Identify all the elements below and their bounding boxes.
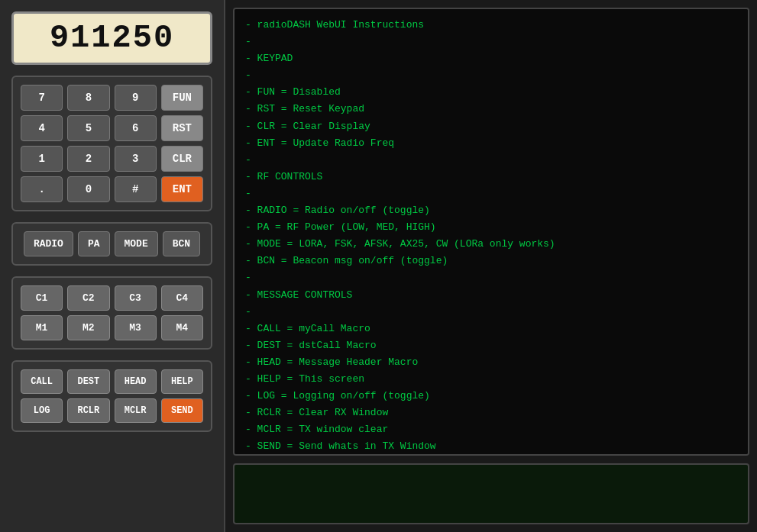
radio-btn-bcn[interactable]: BCN	[163, 231, 200, 256]
msg-btn-log[interactable]: LOG	[21, 398, 63, 423]
key-9[interactable]: 9	[115, 85, 157, 111]
message-controls: CALLDESTHEADHELPLOGRCLRMCLRSEND	[11, 360, 212, 432]
instruction-line: - DEST = dstCall Macro	[245, 337, 737, 354]
instruction-line: -	[245, 34, 737, 50]
msg-btn-rclr[interactable]: RCLR	[67, 398, 109, 423]
msg-btn-head[interactable]: HEAD	[115, 369, 157, 394]
msg-btn-send[interactable]: SEND	[161, 398, 203, 423]
instruction-line: - radioDASH WebUI Instructions	[245, 17, 737, 34]
instruction-line: - RF CONTROLS	[245, 169, 737, 185]
key-5[interactable]: 5	[67, 115, 109, 141]
instruction-line: -	[245, 455, 737, 456]
mem-btn-m2[interactable]: M2	[67, 315, 109, 340]
instruction-line: - HELP = This screen	[245, 371, 737, 388]
left-panel: 911250 789FUN456RST123CLR.0#ENT RADIOPAM…	[0, 0, 225, 532]
instruction-line: -	[245, 304, 737, 321]
instruction-line: - HEAD = Message Header Macro	[245, 354, 737, 371]
instruction-line: - RCLR = Clear RX Window	[245, 405, 737, 421]
instruction-line: - ENT = Update Radio Freq	[245, 135, 737, 152]
instruction-line: - RST = Reset Keypad	[245, 101, 737, 118]
mem-btn-m1[interactable]: M1	[21, 315, 63, 340]
instruction-line: - FUN = Disabled	[245, 84, 737, 101]
key-rst[interactable]: RST	[161, 115, 203, 141]
key--[interactable]: #	[115, 176, 157, 202]
instruction-line: - MCLR = TX window clear	[245, 421, 737, 438]
instruction-line: -	[245, 185, 737, 202]
radio-btn-radio[interactable]: RADIO	[24, 231, 73, 256]
mem-btn-m4[interactable]: M4	[161, 315, 203, 340]
instruction-line: - BCN = Beacon msg on/off (toggle)	[245, 253, 737, 269]
radio-btn-mode[interactable]: MODE	[115, 231, 158, 256]
radio-btn-pa[interactable]: PA	[78, 231, 110, 256]
key-3[interactable]: 3	[115, 146, 157, 172]
key-clr[interactable]: CLR	[161, 146, 203, 172]
msg-btn-dest[interactable]: DEST	[67, 369, 109, 394]
mem-btn-c2[interactable]: C2	[67, 285, 109, 311]
instruction-line: - PA = RF Power (LOW, MED, HIGH)	[245, 219, 737, 236]
key--[interactable]: .	[21, 176, 63, 202]
mem-btn-c3[interactable]: C3	[115, 285, 157, 311]
key-1[interactable]: 1	[21, 146, 63, 172]
instruction-line: - KEYPAD	[245, 50, 737, 67]
mem-btn-c1[interactable]: C1	[21, 285, 63, 311]
frequency-display: 911250	[11, 11, 212, 65]
instruction-line: -	[245, 152, 737, 169]
key-6[interactable]: 6	[115, 115, 157, 141]
key-8[interactable]: 8	[67, 85, 109, 111]
instructions-box: - radioDASH WebUI Instructions-- KEYPAD-…	[233, 8, 749, 456]
instruction-line: -	[245, 269, 737, 286]
memory-controls: C1C2C3C4M1M2M3M4	[11, 276, 212, 350]
instruction-line: - CLR = Clear Display	[245, 118, 737, 135]
instruction-line: - SEND = Send whats in TX Window	[245, 438, 737, 455]
key-4[interactable]: 4	[21, 115, 63, 141]
instruction-line: - MESSAGE CONTROLS	[245, 287, 737, 304]
msg-btn-call[interactable]: CALL	[21, 369, 63, 394]
keypad: 789FUN456RST123CLR.0#ENT	[11, 76, 212, 211]
key-2[interactable]: 2	[67, 146, 109, 172]
tx-input[interactable]	[233, 463, 749, 524]
msg-btn-mclr[interactable]: MCLR	[115, 398, 157, 423]
instruction-line: - LOG = Logging on/off (toggle)	[245, 388, 737, 405]
instruction-line: - RADIO = Radio on/off (toggle)	[245, 202, 737, 219]
key-ent[interactable]: ENT	[161, 176, 203, 202]
key-7[interactable]: 7	[21, 85, 63, 111]
key-fun[interactable]: FUN	[161, 85, 203, 111]
mem-btn-m3[interactable]: M3	[115, 315, 157, 340]
instruction-line: - MODE = LORA, FSK, AFSK, AX25, CW (LORa…	[245, 236, 737, 253]
instruction-line: -	[245, 67, 737, 84]
mem-btn-c4[interactable]: C4	[161, 285, 203, 311]
right-panel: - radioDASH WebUI Instructions-- KEYPAD-…	[225, 0, 757, 532]
instruction-line: - CALL = myCall Macro	[245, 321, 737, 337]
key-0[interactable]: 0	[67, 176, 109, 202]
msg-btn-help[interactable]: HELP	[161, 369, 203, 394]
rf-controls: RADIOPAMODEBCN	[11, 222, 212, 266]
